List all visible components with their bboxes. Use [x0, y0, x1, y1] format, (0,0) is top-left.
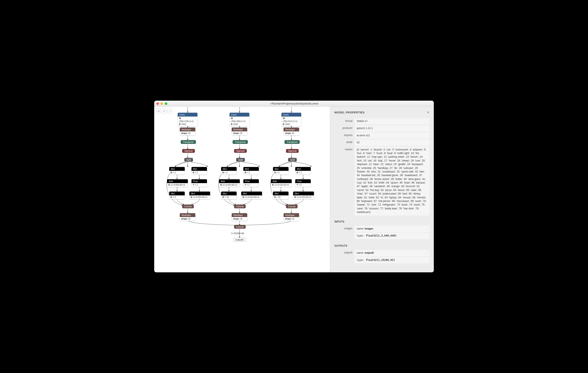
collapse-icon[interactable]: −	[426, 251, 427, 255]
prop-label-format: format	[335, 118, 355, 124]
node-concat[interactable]: Concat	[182, 204, 194, 208]
node-conv[interactable]: ConvW ⟨255×256×1×1⟩B ⟨255⟩	[229, 113, 250, 127]
node-transpose[interactable]: Transpose	[232, 140, 248, 144]
prop-value-format: ONNX v7	[355, 118, 430, 124]
node-conv[interactable]: ConvW ⟨255×128×1×1⟩B ⟨255⟩	[178, 113, 198, 127]
node-concat[interactable]: Concat	[234, 225, 246, 229]
input-label: images	[335, 226, 355, 240]
output-shape-label: 1×25200×85	[231, 232, 244, 234]
node-mul[interactable]: MulB ⟨1×3×40×40×2⟩	[241, 191, 262, 199]
node-transpose[interactable]: Transpose	[181, 140, 196, 144]
node-sigmoid[interactable]: Sigmoid	[234, 149, 247, 153]
outputs-heading: OUTPUTS	[335, 244, 430, 247]
menu-icon[interactable]: ≡	[156, 109, 161, 113]
prop-label-names: names	[335, 147, 355, 215]
prop-value-imports: ai.onnx v12	[355, 132, 430, 139]
graph-nodes: ConvW ⟨255×128×1×1⟩B ⟨255⟩Reshapeshape ⟨…	[154, 107, 330, 272]
node-sigmoid[interactable]: Sigmoid	[182, 149, 195, 153]
node-reshape[interactable]: Reshapeshape ⟨3⟩	[284, 213, 299, 221]
output-label: output0	[335, 250, 355, 264]
node-reshape[interactable]: Reshapeshape ⟨5⟩	[284, 127, 299, 135]
input-type: type: float32[1,3,640,640]	[355, 233, 430, 239]
node-mul[interactable]: MulB = 2	[221, 167, 237, 175]
node-concat[interactable]: Concat	[234, 204, 246, 208]
node-mul[interactable]: MulB = 2	[169, 167, 185, 175]
node-mul[interactable]: MulB = 2	[273, 167, 289, 175]
output-type: type: float32[1,25200,85]	[355, 257, 430, 263]
prop-value-names: {0: 'person', 1: 'bicycle', 2: 'car', 3:…	[355, 147, 430, 215]
node-reshape[interactable]: Reshapeshape ⟨3⟩	[231, 213, 247, 221]
node-reshape[interactable]: Reshapeshape ⟨3⟩	[180, 213, 196, 221]
node-mul[interactable]: MulB = 8	[169, 191, 185, 199]
node-pow[interactable]: PowY = 2	[295, 179, 311, 187]
node-mul[interactable]: MulB = 2	[191, 167, 207, 175]
zoom-in-icon[interactable]: +	[162, 109, 167, 113]
node-reshape[interactable]: Reshapeshape ⟨5⟩	[231, 127, 247, 135]
node-conv[interactable]: ConvW ⟨255×512×1×1⟩B ⟨255⟩	[281, 113, 301, 127]
node-mul[interactable]: MulB = 2	[243, 167, 259, 175]
toolbar: ≡ + −	[156, 109, 172, 113]
node-concat[interactable]: Concat	[286, 204, 298, 208]
node-mul[interactable]: MulB = 2	[295, 167, 311, 175]
node-reshape[interactable]: Reshapeshape ⟨5⟩	[180, 127, 196, 135]
output-node[interactable]: output0	[233, 238, 246, 242]
zoom-out-icon[interactable]: −	[167, 109, 172, 113]
sidebar: MODEL PROPERTIES ✕ format ONNX v7 produc…	[330, 107, 434, 272]
titlebar: ~/PycharmProjects/yolov5/yolov5s.onnx	[154, 101, 434, 107]
node-split[interactable]: Split	[288, 158, 297, 162]
node-split[interactable]: Split	[236, 158, 245, 162]
node-add[interactable]: AddB ⟨1×3×80×80×2⟩	[167, 179, 188, 187]
node-mul[interactable]: MulB ⟨1×3×80×80×2⟩	[189, 191, 210, 199]
node-add[interactable]: AddB ⟨1×3×20×20×2⟩	[271, 179, 292, 187]
prop-label-imports: imports	[335, 132, 355, 139]
input-name: name: images −	[355, 226, 430, 232]
prop-label-producer: producer	[335, 125, 355, 131]
content: ≡ + − ConvW ⟨255×128×1×1⟩B ⟨255⟩Reshapes…	[154, 107, 434, 272]
node-pow[interactable]: PowY = 2	[191, 179, 207, 187]
graph-canvas[interactable]: ≡ + − ConvW ⟨255×128×1×1⟩B ⟨255⟩Reshapes…	[154, 107, 330, 272]
node-transpose[interactable]: Transpose	[284, 140, 300, 144]
prop-value-producer: pytorch 1.12.1	[355, 125, 430, 131]
prop-value-stride: 32	[355, 139, 430, 146]
node-add[interactable]: AddB ⟨1×3×40×40×2⟩	[219, 179, 240, 187]
collapse-icon[interactable]: −	[426, 227, 427, 231]
app-window: ~/PycharmProjects/yolov5/yolov5s.onnx ≡ …	[154, 101, 434, 272]
close-sidebar-icon[interactable]: ✕	[427, 110, 430, 115]
node-sigmoid[interactable]: Sigmoid	[286, 149, 299, 153]
node-split[interactable]: Split	[184, 158, 193, 162]
window-title: ~/PycharmProjects/yolov5/yolov5s.onnx	[154, 102, 434, 105]
inputs-heading: INPUTS	[335, 220, 430, 223]
node-pow[interactable]: PowY = 2	[243, 179, 259, 187]
output-name: name: output0 −	[355, 250, 430, 256]
node-mul[interactable]: MulB = 32	[273, 191, 289, 199]
prop-label-stride: stride	[335, 139, 355, 146]
node-mul[interactable]: MulB ⟨1×3×20×20×2⟩	[293, 191, 314, 199]
sidebar-title: MODEL PROPERTIES	[335, 111, 365, 114]
node-mul[interactable]: MulB = 16	[221, 191, 237, 199]
